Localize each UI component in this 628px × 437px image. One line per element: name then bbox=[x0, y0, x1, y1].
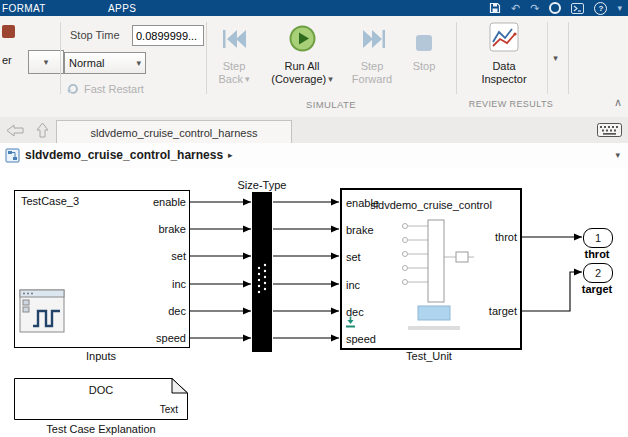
save-icon[interactable] bbox=[489, 2, 501, 14]
simulate-section-label: SIMULATE bbox=[208, 99, 454, 110]
inputs-port-set: set bbox=[171, 250, 186, 263]
undo-icon[interactable]: ↶ bbox=[511, 0, 520, 16]
outport-1-number: 1 bbox=[595, 232, 601, 244]
help-icon[interactable]: ? bbox=[594, 2, 607, 15]
step-forward-button[interactable]: Step Forward bbox=[346, 22, 398, 86]
breadcrumb-dropdown-icon[interactable]: ▾ bbox=[615, 151, 620, 160]
inputs-port-speed: speed bbox=[156, 332, 186, 345]
stop-time-label: Stop Time bbox=[70, 29, 120, 41]
step-back-label-2: Back bbox=[219, 73, 243, 86]
doc-block-type: Text bbox=[112, 404, 186, 415]
outport-2-number: 2 bbox=[595, 267, 601, 279]
test-unit-caption: Test_Unit bbox=[340, 350, 518, 362]
collapse-ribbon-icon[interactable]: ∧ bbox=[614, 97, 622, 108]
test-unit-port-set: set bbox=[346, 251, 361, 264]
stop-time-input[interactable] bbox=[132, 25, 204, 46]
data-inspector-dropdown[interactable]: ▾ bbox=[547, 22, 563, 94]
breadcrumb[interactable]: sldvdemo_cruise_control_harness ▸ bbox=[25, 148, 233, 162]
test-unit-port-throt: throt bbox=[495, 231, 517, 244]
test-unit-port-target: target bbox=[489, 305, 517, 318]
sim-mode-value: Normal bbox=[69, 57, 104, 69]
model-tab[interactable]: sldvdemo_cruise_control_harness bbox=[56, 120, 292, 144]
signal-builder-icon bbox=[19, 289, 65, 333]
data-inspector-label-2: Inspector bbox=[481, 73, 526, 86]
inputs-block-caption: Inputs bbox=[14, 350, 188, 362]
step-forward-icon bbox=[359, 26, 386, 52]
test-unit-port-inc: inc bbox=[346, 279, 360, 292]
size-type-caption: Size-Type bbox=[222, 179, 302, 191]
navigate-back-icon[interactable] bbox=[6, 124, 24, 137]
clipped-dropdown[interactable]: ▾ bbox=[28, 50, 64, 74]
inputs-port-dec: dec bbox=[168, 305, 186, 318]
data-inspector-icon bbox=[489, 22, 519, 52]
run-all-coverage-button[interactable]: Run All (Coverage) ▾ bbox=[262, 22, 342, 86]
quick-access-toolbar: ↶ ↷ ? ▾ bbox=[489, 0, 622, 16]
run-all-label-1: Run All bbox=[285, 60, 320, 73]
model-icon bbox=[5, 148, 20, 163]
group-separator bbox=[206, 22, 207, 94]
inputs-port-brake: brake bbox=[158, 223, 186, 236]
step-back-label-1: Step bbox=[223, 60, 246, 73]
inputs-block[interactable]: TestCase_3 enable brake set inc dec spee… bbox=[14, 190, 190, 348]
fast-restart-icon bbox=[66, 82, 79, 95]
doc-block-caption: Test Case Explanation bbox=[14, 423, 188, 435]
outport-2-block[interactable]: 2 bbox=[583, 263, 613, 283]
group-separator bbox=[568, 22, 569, 94]
test-unit-block[interactable]: sldvdemo_cruise_control enable brake set… bbox=[340, 188, 522, 350]
chevron-down-icon: ▾ bbox=[328, 75, 333, 84]
sim-mode-select[interactable]: Normal ▾ bbox=[64, 52, 146, 74]
clipped-button-icon[interactable] bbox=[2, 25, 15, 38]
outport-1-block[interactable]: 1 bbox=[583, 228, 613, 248]
ribbon-tab-apps[interactable]: APPS bbox=[108, 0, 136, 16]
doc-block-title: DOC bbox=[14, 384, 188, 396]
subsystem-preview-image bbox=[398, 212, 476, 334]
stop-label: Stop bbox=[413, 60, 436, 73]
document-tab-bar: sldvdemo_cruise_control_harness bbox=[0, 117, 628, 144]
ribbon-tab-bar: FORMAT APPS ↶ ↷ ? ▾ bbox=[0, 0, 628, 16]
breadcrumb-bar: sldvdemo_cruise_control_harness ▸ ▾ bbox=[0, 143, 628, 169]
test-unit-port-brake: brake bbox=[346, 224, 374, 237]
ribbon-tab-format[interactable]: FORMAT bbox=[2, 0, 46, 16]
chevron-down-icon: ▾ bbox=[553, 54, 558, 63]
data-inspector-button[interactable]: Data Inspector bbox=[462, 22, 546, 86]
navigate-up-icon[interactable] bbox=[36, 122, 49, 138]
harness-badge-icon[interactable] bbox=[345, 316, 356, 328]
record-icon[interactable] bbox=[549, 2, 561, 14]
clipped-button-label: er bbox=[2, 54, 12, 66]
inputs-port-inc: inc bbox=[172, 278, 186, 291]
redo-icon[interactable]: ↷ bbox=[530, 0, 539, 16]
keyboard-icon[interactable] bbox=[597, 123, 622, 137]
outport-1-label: throt bbox=[569, 248, 625, 260]
fast-restart-label[interactable]: Fast Restart bbox=[84, 83, 144, 95]
stop-button[interactable]: Stop bbox=[402, 22, 446, 73]
test-unit-port-speed: speed bbox=[346, 333, 376, 346]
test-unit-port-enable: enable bbox=[346, 197, 379, 210]
breadcrumb-expand-icon[interactable]: ▸ bbox=[228, 150, 233, 160]
inputs-port-enable: enable bbox=[153, 196, 186, 209]
chevron-down-icon: ▾ bbox=[136, 59, 141, 68]
run-coverage-icon bbox=[289, 25, 316, 52]
size-type-block[interactable] bbox=[252, 192, 272, 352]
data-inspector-label-1: Data bbox=[492, 60, 515, 73]
group-separator bbox=[456, 22, 457, 94]
stop-icon bbox=[415, 34, 433, 52]
command-window-icon[interactable] bbox=[571, 3, 584, 14]
inputs-block-title: TestCase_3 bbox=[21, 195, 79, 207]
chevron-down-icon: ▾ bbox=[245, 75, 250, 84]
group-separator bbox=[60, 22, 61, 94]
ribbon-toolbar: er ▾ Stop Time Normal ▾ Fast Restart bbox=[0, 16, 628, 118]
step-forward-label-1: Step bbox=[361, 60, 384, 73]
model-canvas[interactable]: TestCase_3 enable brake set inc dec spee… bbox=[0, 168, 628, 437]
breadcrumb-path: sldvdemo_cruise_control_harness bbox=[25, 148, 223, 162]
outport-2-label: target bbox=[569, 283, 625, 295]
model-tab-label: sldvdemo_cruise_control_harness bbox=[91, 127, 258, 139]
run-all-label-2: (Coverage) bbox=[271, 73, 326, 86]
step-back-icon bbox=[221, 26, 248, 52]
step-forward-label-2: Forward bbox=[352, 73, 392, 86]
simulink-window: FORMAT APPS ↶ ↷ ? ▾ er ▾ bbox=[0, 0, 628, 437]
quick-access-dropdown-icon[interactable]: ▾ bbox=[617, 0, 622, 16]
size-type-dots-icon bbox=[252, 192, 272, 352]
review-results-section-label: REVIEW RESULTS bbox=[458, 99, 564, 109]
step-back-button[interactable]: Step Back ▾ bbox=[210, 22, 258, 86]
chevron-down-icon: ▾ bbox=[44, 58, 49, 67]
